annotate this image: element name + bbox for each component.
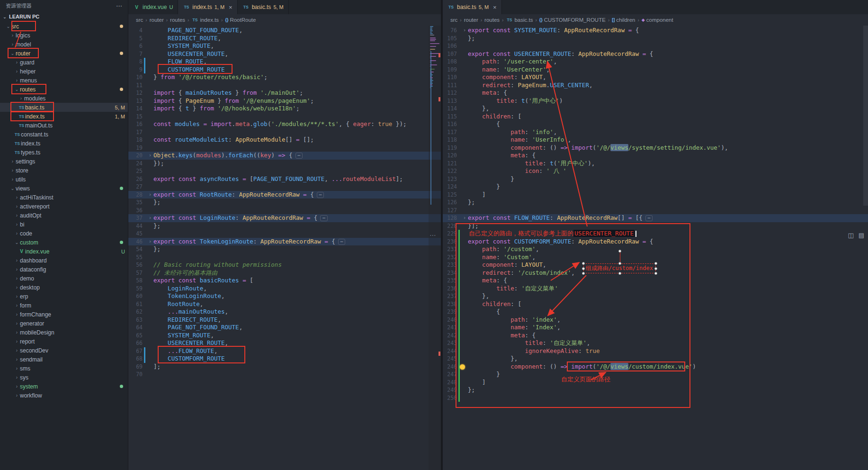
tab-basic.ts[interactable]: TSbasic.ts5, M× xyxy=(443,0,502,14)
sidebar-item-dataconfig[interactable]: ›dataconfig xyxy=(0,265,128,274)
sidebar-item-helper[interactable]: ›helper xyxy=(0,67,128,76)
code-line-109[interactable]: 109 name: 'UserCenter', xyxy=(443,66,868,74)
code-line-76[interactable]: 76›export const SYSTEM_ROUTE: AppRouteRe… xyxy=(443,27,868,35)
workspace-root[interactable]: ⌄ LEARUN PC xyxy=(0,11,128,22)
sidebar-item-demo[interactable]: ›demo xyxy=(0,274,128,283)
code-line-14[interactable]: 14import { t } from '/@/hooks/web/useI18… xyxy=(128,105,441,113)
code-line-17[interactable]: 17 xyxy=(128,128,441,136)
code-line-10[interactable]: 10} from '/@/router/routes/basic'; xyxy=(128,73,441,81)
code-line-12[interactable]: 12import { mainOutRoutes } from './mainO… xyxy=(128,89,441,97)
sidebar-item-desktop[interactable]: ›desktop xyxy=(0,283,128,292)
code-line-248[interactable]: 248 ] xyxy=(443,379,868,387)
sidebar-item-utils[interactable]: ›utils xyxy=(0,175,128,184)
code-line-6[interactable]: 6 SYSTEM_ROUTE, xyxy=(128,42,441,50)
lightbulb-icon[interactable] xyxy=(460,364,465,370)
code-line-5[interactable]: 5 REDIRECT_ROUTE, xyxy=(128,35,441,43)
sidebar-item-secondDev[interactable]: ›secondDev xyxy=(0,346,128,355)
code-line-57[interactable]: 57// 未经许可的基本路由 xyxy=(128,269,441,277)
code-line-119[interactable]: 119 component: () => import('/@/views/sy… xyxy=(443,144,868,152)
sidebar-item-index.ts[interactable]: TSindex.ts xyxy=(0,139,128,148)
sidebar-item-mobileDesign[interactable]: ›mobileDesign xyxy=(0,328,128,337)
sidebar-item-routes[interactable]: ⌄routes xyxy=(0,85,128,94)
code-line-105[interactable]: 105}; xyxy=(443,35,868,43)
sidebar-item-workflow[interactable]: ›workflow xyxy=(0,391,128,400)
code-line-37[interactable]: 37›export const LoginRoute: AppRouteReco… xyxy=(128,214,441,222)
sidebar-item-constant.ts[interactable]: TSconstant.ts xyxy=(0,130,128,139)
sidebar-item-code[interactable]: ›code xyxy=(0,229,128,238)
code-editor-basic-ts[interactable]: 76›export const SYSTEM_ROUTE: AppRouteRe… xyxy=(443,26,868,470)
code-line-246[interactable]: 246 component: () => import('/@/views/cu… xyxy=(443,363,868,371)
code-line-35[interactable]: 35}; xyxy=(128,199,441,207)
code-line-128[interactable]: 128›export const FLOW_ROUTE: AppRouteRec… xyxy=(443,214,868,222)
code-line-235[interactable]: 235 meta: { xyxy=(443,277,868,285)
code-line-240[interactable]: 240 path: 'index', xyxy=(443,316,868,324)
sidebar-item-activereport[interactable]: ›activereport xyxy=(0,202,128,211)
code-line-60[interactable]: 60 TokenLoginRoute, xyxy=(128,292,441,300)
sidebar-item-sendmail[interactable]: ›sendmail xyxy=(0,355,128,364)
sidebar-item-erp[interactable]: ›erp xyxy=(0,292,128,301)
breadcrumb-basic.ts[interactable]: TSbasic.ts xyxy=(506,17,533,23)
code-line-113[interactable]: 113 title: t('用户中心') xyxy=(443,97,868,105)
code-line-237[interactable]: 237 }, xyxy=(443,292,868,300)
sidebar-item-dashboard[interactable]: ›dashboard xyxy=(0,256,128,265)
code-line-106[interactable]: 106 xyxy=(443,42,868,50)
code-line-231[interactable]: 231 path: '/custom', xyxy=(443,245,868,253)
tab-basic.ts[interactable]: TSbasic.ts5, M xyxy=(238,0,289,14)
sidebar-item-report[interactable]: ›report xyxy=(0,337,128,346)
code-line-111[interactable]: 111 redirect: PageEnum.USER_CENTER, xyxy=(443,81,868,90)
code-line-244[interactable]: 244 ignoreKeepAlive: true xyxy=(443,347,868,355)
code-line-122[interactable]: 122 icon: ' 八 ' xyxy=(443,167,868,175)
code-line-243[interactable]: 243 title: '自定义菜单', xyxy=(443,339,868,347)
code-line-20[interactable]: 20›Object.keys(modules).forEach((key) =>… xyxy=(128,152,441,160)
code-line-54[interactable]: 54}; xyxy=(128,245,441,253)
sidebar-item-src[interactable]: ⌄src xyxy=(0,22,128,31)
sidebar-item-modules[interactable]: ›modules xyxy=(0,94,128,103)
code-line-58[interactable]: 58export const basicRoutes = [ xyxy=(128,277,441,285)
code-line-123[interactable]: 123 } xyxy=(443,175,868,183)
sidebar-item-guard[interactable]: ›guard xyxy=(0,58,128,67)
scrollbar-thumb[interactable] xyxy=(863,26,868,206)
code-line-107[interactable]: 107export const USERCENTER_ROUTE: AppRou… xyxy=(443,50,868,58)
breadcrumb-router[interactable]: router xyxy=(150,17,164,23)
breadcrumb-children[interactable]: []children xyxy=(612,17,635,23)
sidebar-item-sms[interactable]: ›sms xyxy=(0,364,128,373)
code-line-18[interactable]: 18const routeModuleList: AppRouteModule[… xyxy=(128,136,441,144)
sidebar-item-views[interactable]: ⌄views xyxy=(0,184,128,193)
code-line-55[interactable]: 55 xyxy=(128,253,441,262)
code-line-239[interactable]: 239 { xyxy=(443,308,868,316)
code-line-36[interactable]: 36 xyxy=(128,207,441,215)
sidebar-item-form[interactable]: ›form xyxy=(0,301,128,310)
code-line-228[interactable]: 228}]; xyxy=(443,222,868,230)
breadcrumb-routes[interactable]: routes xyxy=(484,17,500,23)
code-line-16[interactable]: 16const modules = import.meta.glob('./mo… xyxy=(128,120,441,128)
sidebar-item-custom[interactable]: ⌄custom xyxy=(0,238,128,247)
code-line-247[interactable]: 247 } xyxy=(443,371,868,379)
breadcrumb-src[interactable]: src xyxy=(450,17,457,23)
code-line-230[interactable]: 230export const CUSTOMFORM_ROUTE: AppRou… xyxy=(443,238,868,246)
code-line-56[interactable]: 56// Basic routing without permissions xyxy=(128,261,441,269)
sidebar-item-settings[interactable]: ›settings xyxy=(0,157,128,166)
code-line-238[interactable]: 238 children: [ xyxy=(443,300,868,308)
sidebar-item-basic.ts[interactable]: TSbasic.ts5, M xyxy=(0,103,128,112)
code-line-232[interactable]: 232 name: 'Custom', xyxy=(443,253,868,262)
code-line-25[interactable]: 25 xyxy=(128,167,441,175)
code-editor-index-ts[interactable]: 4 PAGE_NOT_FOUND_ROUTE,5 REDIRECT_ROUTE,… xyxy=(128,26,441,470)
code-line-19[interactable]: 19 xyxy=(128,144,441,152)
code-line-67[interactable]: 67 ...FLOW_ROUTE, xyxy=(128,347,441,355)
code-line-66[interactable]: 66 USERCENTER_ROUTE, xyxy=(128,339,441,347)
sidebar-item-menus[interactable]: ›menus xyxy=(0,76,128,85)
code-line-46[interactable]: 46›export const TokenLoginRoute: AppRout… xyxy=(128,238,441,246)
code-line-124[interactable]: 124 } xyxy=(443,183,868,191)
code-line-4[interactable]: 4 PAGE_NOT_FOUND_ROUTE, xyxy=(128,27,441,35)
sidebar-item-sys[interactable]: ›sys xyxy=(0,373,128,382)
code-line-26[interactable]: 26export const asyncRoutes = [PAGE_NOT_F… xyxy=(128,175,441,183)
sidebar-item-actHiTaskinst[interactable]: ›actHiTaskinst xyxy=(0,193,128,202)
explorer-more-icon[interactable]: ⋯ xyxy=(116,2,122,9)
sidebar-item-system[interactable]: ›system xyxy=(0,382,128,391)
code-line-114[interactable]: 114 }, xyxy=(443,105,868,113)
sidebar-item-logics[interactable]: ›logics xyxy=(0,31,128,40)
code-line-108[interactable]: 108 path: '/user-center', xyxy=(443,58,868,66)
code-line-62[interactable]: 62 ...mainOutRoutes, xyxy=(128,308,441,316)
sidebar-item-types.ts[interactable]: TStypes.ts xyxy=(0,148,128,157)
code-line-110[interactable]: 110 component: LAYOUT, xyxy=(443,73,868,81)
